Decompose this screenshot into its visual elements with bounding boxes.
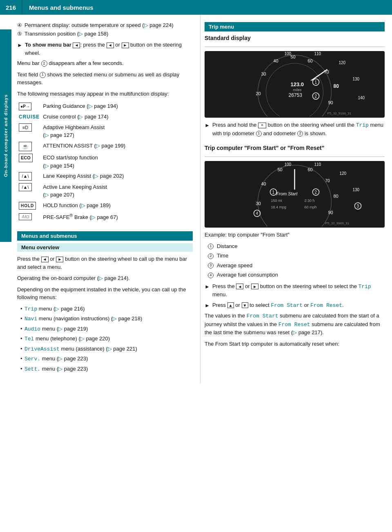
svg-text:60: 60 [308,167,313,172]
divider-1 [205,47,385,47]
standard-gauge-container: 20 30 40 50 60 70 80 90 100 110 120 130 … [205,51,385,118]
feature-row-eco: ECO ECO start/stop function(▷ page 154) [17,152,193,171]
show-menu-bar-action: ► To show menu bar ◄: press the ◄ or ► b… [17,41,193,57]
circle-4: ④ [17,22,24,28]
svg-text:P5_32_9969_31: P5_32_9969_31 [325,221,350,225]
right-column: Trip menu Standard display 20 30 40 50 6… [200,15,392,384]
lane-text: Lane Keeping Assist (▷ page 202) [41,171,193,182]
numbered-items: 1 Distance 2 Time 3 Average speed 4 Aver… [208,242,385,279]
circle-5: ⑤ [17,31,24,37]
header-title: Menus and submenus [22,4,94,11]
svg-text:90: 90 [328,100,333,105]
presafe-text: PRE-SAFE® Brake (▷ page 67) [41,211,193,223]
num-2: 2 [208,252,217,260]
svg-text:110: 110 [314,51,321,56]
menu-bar-disappears: Menu bar 2 disappears after a few second… [17,59,193,67]
active-lane-icon: /▲\ [19,183,32,192]
highbeam-icon: ≡D [19,123,32,132]
press-hold-action: ► Press and hold the ≡ button on the ste… [205,121,385,137]
trip-computer-header: Trip computer "From Start" or "From Rese… [205,144,385,152]
svg-text:80: 80 [334,83,339,89]
operating-text: Operating the on-board computer (▷ page … [17,274,193,282]
svg-text:4: 4 [256,211,258,216]
intro-item-5: ⑤ Transmission position (▷ page 158) [17,31,193,37]
action-arrow-2: ► [205,121,210,130]
svg-text:90: 90 [328,210,333,215]
num-item-3: 3 Average speed [208,262,385,270]
cruise-text: Cruise control (▷ page 174) [41,112,193,122]
trip-action-2-text: Press ▲ or ▼ to select From Start or Fro… [212,301,344,310]
svg-text:40: 40 [261,181,266,186]
svg-text:2: 2 [315,94,317,98]
svg-text:100: 100 [285,51,292,56]
action-arrow-3: ► [205,283,210,291]
svg-text:50: 50 [278,167,283,172]
feature-row-lane: /▲\ Lane Keeping Assist (▷ page 202) [17,171,193,182]
trip-gauge-container: 30 40 50 60 70 80 90 100 110 120 130 Fro… [205,161,385,228]
feature-table: ●P→ Parking Guidance (▷ page 194) CRUISE… [17,101,193,222]
menu-sett: Sett. menu (▷ page 223) [20,365,193,373]
eco-icon: ECO [19,154,33,162]
svg-text:2:30 h: 2:30 h [305,199,315,203]
svg-text:30: 30 [256,201,261,206]
cruise-icon: CRUISE [19,114,40,120]
content-wrapper: On-board computer and displays ④ Permane… [0,15,392,384]
press-button-text: Press the ◄ or ► button on the steering … [17,255,193,271]
presafe-icon: ⚠!◻ [19,213,32,221]
svg-text:140: 140 [358,96,365,100]
from-start-reset-note: The From Start trip computer is automati… [205,340,385,348]
svg-text:30: 30 [261,72,266,76]
hold-icon: HOLD [19,202,36,210]
svg-text:40: 40 [274,58,278,63]
num-1-label: Distance [217,242,238,250]
num-3: 3 [208,262,217,270]
svg-text:130: 130 [353,77,360,81]
svg-text:2: 2 [315,190,317,194]
svg-text:130: 130 [353,188,360,192]
num-1: 1 [208,242,217,250]
svg-text:18.4 mpg: 18.4 mpg [271,205,287,209]
menu-tel: Tel menu (telephone) (▷ page 220) [20,335,193,343]
active-lane-text: Active Lane Keeping Assist(▷ page 207) [41,182,193,200]
svg-text:110: 110 [314,162,321,167]
trip-action-1: ► Press the ◄ or ► button on the steerin… [205,282,385,299]
lane-icon: /▲\ [19,172,32,181]
svg-text:120: 120 [340,171,347,176]
action-arrow-4: ► [205,302,210,310]
svg-text:60: 60 [308,58,313,63]
eco-text: ECO start/stop function(▷ page 154) [41,152,193,171]
num-item-1: 1 Distance [208,242,385,250]
trip-gauge-svg: 30 40 50 60 70 80 90 100 110 120 130 Fro… [205,161,385,226]
num-4: 4 [208,271,217,279]
menus-section-header: Menus and submenus [17,231,193,241]
item-5-text: Transmission position (▷ page 158) [24,31,108,37]
svg-text:50: 50 [291,54,296,59]
attention-icon: ☕ [19,142,32,152]
text-field-note: Text field 1 shows the selected menu or … [17,71,193,87]
left-column: ④ Permanent display: outside temperature… [0,15,200,384]
menu-overview-header: Menu overview [17,243,193,252]
svg-text:26753: 26753 [289,92,303,98]
feature-row-hold: HOLD HOLD function (▷ page 189) [17,200,193,211]
num-3-label: Average speed [217,262,252,270]
hold-text: HOLD function (▷ page 189) [41,200,193,211]
from-start-note: The values in the From Start submenu are… [205,312,385,337]
standard-display-header: Standard display [205,34,385,42]
feature-row-parking: ●P→ Parking Guidance (▷ page 194) [17,101,193,112]
svg-text:1: 1 [272,190,275,194]
menu-trip: Trip menu (▷ page 216) [20,305,193,313]
svg-text:80: 80 [334,194,339,199]
press-hold-text: Press and hold the ≡ button on the steer… [212,121,385,137]
svg-text:70: 70 [325,179,330,183]
feature-row-presafe: ⚠!◻ PRE-SAFE® Brake (▷ page 67) [17,211,193,223]
svg-text:120: 120 [339,60,346,65]
feature-row-cruise: CRUISE Cruise control (▷ page 174) [17,112,193,122]
num-2-label: Time [217,252,228,260]
parking-text: Parking Guidance (▷ page 194) [41,101,193,112]
highbeam-text: Adaptive Highbeam Assist(▷ page 127) [41,122,193,141]
intro-item-4: ④ Permanent display: outside temperature… [17,22,193,28]
menu-list: Trip menu (▷ page 216) Navi menu (naviga… [20,305,193,373]
svg-text:P5_32_9100_31: P5_32_9100_31 [327,112,352,115]
feature-row-active-lane: /▲\ Active Lane Keeping Assist(▷ page 20… [17,182,193,200]
page-ref-2: ▷ [79,31,83,37]
